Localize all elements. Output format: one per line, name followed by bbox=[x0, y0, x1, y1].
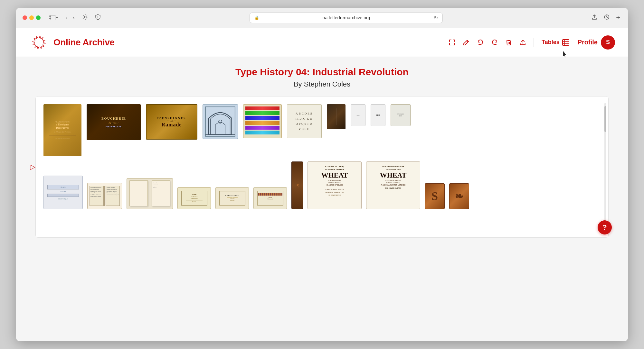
svg-rect-24 bbox=[205, 107, 235, 136]
fullscreen-button[interactable] bbox=[446, 36, 458, 49]
gallery-item[interactable]: STANTON ST. JOHN,57 Acres of Excellent W… bbox=[308, 161, 362, 209]
reload-button[interactable]: ↻ bbox=[434, 15, 438, 21]
gallery-item[interactable]: ❧ bbox=[449, 183, 469, 209]
gallery-item[interactable]: BOND Certificate ofIndebtedness No. 1234 bbox=[177, 187, 211, 209]
collection-title: Type History 04: Industrial Revolution bbox=[35, 67, 609, 78]
gallery-item[interactable] bbox=[327, 104, 346, 129]
new-tab-button[interactable]: + bbox=[615, 12, 621, 23]
share-button[interactable] bbox=[590, 13, 599, 23]
settings-icon[interactable] bbox=[81, 13, 90, 23]
gallery-item[interactable]: D'ENSEIGNES ••• style ••• Ramade bbox=[146, 104, 197, 140]
maximize-button[interactable] bbox=[36, 15, 41, 20]
app-header: A A A A A A A A A A A A Online Archive bbox=[16, 28, 628, 57]
gallery-item[interactable]: RISE bbox=[371, 104, 385, 126]
tables-label: Tables bbox=[542, 39, 560, 46]
svg-rect-19 bbox=[563, 40, 569, 45]
delete-button[interactable] bbox=[503, 36, 515, 49]
gallery-container: ▷ TRAITE PRATIQUE d'EnseignesDécoratives… bbox=[35, 96, 609, 238]
main-area: Type History 04: Industrial Revolution B… bbox=[16, 57, 628, 244]
close-button[interactable] bbox=[23, 15, 27, 20]
tool-separator bbox=[534, 38, 534, 47]
gallery-row-1: TRAITE PRATIQUE d'EnseignesDécoratives à… bbox=[43, 104, 601, 156]
header-tools: Tables Profile S bbox=[446, 35, 615, 50]
url-text: oa.letterformarchive.org bbox=[262, 15, 431, 20]
scrollbar-thumb bbox=[604, 106, 606, 132]
traffic-lights bbox=[23, 15, 41, 20]
gallery-item[interactable]: CERTIFICATE AuthorizedDocument bbox=[215, 187, 249, 209]
gallery-scrollbar[interactable] bbox=[604, 103, 606, 231]
gallery-item[interactable]: TRAITE PRATIQUE d'EnseignesDécoratives à… bbox=[43, 104, 81, 156]
nav-buttons: ‹ › bbox=[64, 13, 77, 23]
browser-window: ▾ ‹ › 🔒 oa.letterformarchive.org ↻ bbox=[16, 8, 628, 341]
page-content: A A A A A A A A A A A A Online Archive bbox=[16, 28, 628, 341]
collection-author: By Stephen Coles bbox=[35, 80, 609, 88]
gallery-play-button[interactable]: ▷ bbox=[30, 163, 35, 171]
address-bar[interactable]: 🔒 oa.letterformarchive.org ↻ bbox=[250, 13, 443, 23]
svg-rect-0 bbox=[49, 15, 55, 20]
edit-button[interactable] bbox=[460, 36, 472, 49]
help-button[interactable]: ? bbox=[598, 220, 612, 234]
logo-icon: A A A A A A A A A A A A bbox=[29, 32, 49, 52]
gallery-item[interactable]: SPECIMENTYPE bbox=[391, 104, 411, 126]
help-label: ? bbox=[602, 223, 607, 232]
gallery-row-2: R & D RADIO BIBLIOTHÈQUE Lorem ipsum dol… bbox=[43, 161, 601, 209]
history-button[interactable] bbox=[602, 13, 611, 23]
toolbar-right: + bbox=[590, 12, 621, 23]
profile-area[interactable]: Profile S bbox=[578, 35, 615, 50]
undo-button[interactable] bbox=[474, 36, 487, 49]
svg-point-4 bbox=[84, 16, 86, 18]
gallery-item[interactable]: BOUCHERIE Épicerie PHARMACIE bbox=[87, 104, 141, 140]
back-button[interactable]: ‹ bbox=[64, 13, 70, 23]
minimize-button[interactable] bbox=[29, 15, 34, 20]
gallery-item[interactable]: PatentDocument bbox=[253, 187, 287, 209]
address-bar-wrap: 🔒 oa.letterformarchive.org ↻ bbox=[106, 13, 586, 23]
gallery-item[interactable]: ABCDES HIJK LN OPQSTU VCEE bbox=[287, 104, 322, 138]
logo-text: Online Archive bbox=[53, 37, 115, 48]
gallery-item[interactable]: Lorem ipsum dolor sit amet consectetur a… bbox=[87, 183, 122, 209]
logo-area: A A A A A A A A A A A A Online Archive bbox=[29, 32, 115, 52]
gallery-item[interactable] bbox=[243, 104, 282, 138]
upload-button[interactable] bbox=[517, 36, 529, 49]
tables-button[interactable]: Tables bbox=[538, 36, 573, 48]
gallery-item[interactable]: BICESTER FIELD FARM.11 Acres of Fine WHE… bbox=[366, 161, 420, 209]
sidebar-toggle-btn[interactable]: ▾ bbox=[49, 15, 58, 20]
gallery-item[interactable]: Rice bbox=[351, 104, 365, 126]
profile-label: Profile bbox=[578, 39, 598, 46]
gallery-item[interactable]: decorativeornamentpattern bbox=[127, 178, 173, 209]
gallery-item[interactable]: W bbox=[291, 161, 303, 209]
shield-icon[interactable] bbox=[94, 13, 102, 23]
lock-icon: 🔒 bbox=[254, 15, 259, 20]
gallery-item[interactable]: R & D RADIO BIBLIOTHÈQUE bbox=[43, 176, 83, 209]
browser-toolbar: ▾ ‹ › 🔒 oa.letterformarchive.org ↻ bbox=[16, 8, 628, 28]
profile-avatar: S bbox=[601, 35, 615, 50]
forward-button[interactable]: › bbox=[71, 13, 77, 23]
redo-button[interactable] bbox=[488, 36, 501, 49]
gallery-item[interactable] bbox=[203, 104, 238, 139]
gallery-item[interactable]: S bbox=[425, 183, 445, 209]
